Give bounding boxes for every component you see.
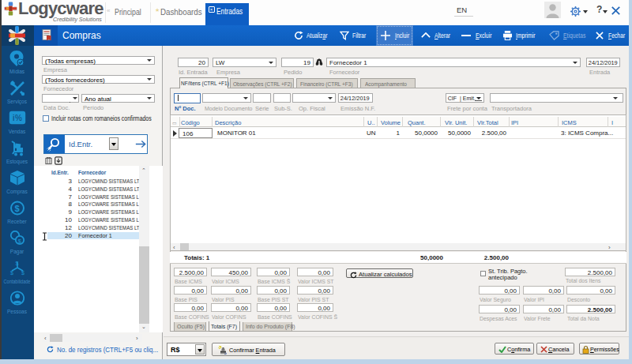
svg-text:$: $: [10, 270, 13, 276]
svg-text:$: $: [16, 261, 19, 266]
svg-text:$: $: [18, 238, 22, 245]
svg-text:$: $: [21, 270, 24, 276]
svg-text:$: $: [15, 204, 20, 213]
svg-text:%: %: [15, 114, 22, 122]
